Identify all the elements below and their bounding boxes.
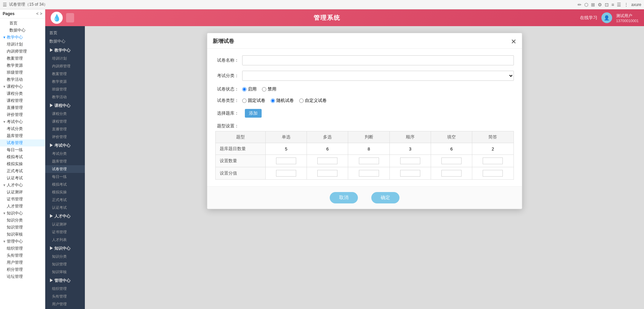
page-item-eval[interactable]: 评价管理 xyxy=(0,111,45,118)
page-item-course[interactable]: ▼ 课程中心 xyxy=(0,83,45,90)
page-item-activity[interactable]: 教学活动 xyxy=(0,76,45,83)
page-item-question-bank[interactable]: 题库管理 xyxy=(0,132,45,139)
status-enable[interactable]: 启用 xyxy=(242,86,257,92)
cell-set-single[interactable] xyxy=(265,155,307,167)
page-item-org[interactable]: 组织管理 xyxy=(0,245,45,252)
input-set-single[interactable] xyxy=(276,158,296,164)
cell-set-short[interactable] xyxy=(472,155,514,167)
nav-know-cat[interactable]: 知识分类 xyxy=(45,253,85,260)
page-item-cert-mgmt[interactable]: 证书管理 xyxy=(0,196,45,203)
menu-icon[interactable]: ☰ xyxy=(3,2,7,7)
cell-score-multi[interactable] xyxy=(307,167,348,180)
grid-icon[interactable]: ⊡ xyxy=(605,2,609,7)
input-score-fill[interactable] xyxy=(441,170,462,177)
nav-live[interactable]: 直播管理 xyxy=(45,125,85,133)
cell-set-fill[interactable] xyxy=(431,155,472,167)
cell-set-multi[interactable] xyxy=(307,155,348,167)
edit-icon[interactable]: ✏ xyxy=(578,2,582,7)
page-item-exam-cat[interactable]: 考试分类 xyxy=(0,125,45,132)
cell-score-fill[interactable] xyxy=(431,167,472,180)
online-study-link[interactable]: 在线学习 xyxy=(580,15,597,21)
list2-icon[interactable]: ☰ xyxy=(617,2,621,7)
cell-set-judge[interactable] xyxy=(348,155,389,167)
page-item-formal[interactable]: 正式考试 xyxy=(0,168,45,175)
page-item-course-mgmt[interactable]: 课程管理 xyxy=(0,97,45,104)
page-item-daily[interactable]: 每日一练 xyxy=(0,146,45,153)
nav-user[interactable]: 用户管理 xyxy=(45,300,85,308)
nav-eval[interactable]: 评价管理 xyxy=(45,133,85,141)
nav-know-review[interactable]: 知识审核 xyxy=(45,268,85,276)
nav-knowledge[interactable]: ▶ 知识中心 xyxy=(45,244,85,253)
nav-course[interactable]: ▶ 课程中心 xyxy=(45,101,85,110)
page-item-talent[interactable]: ▼ 人才中心 xyxy=(0,182,45,189)
more-icon[interactable]: ⋮ xyxy=(624,2,629,7)
nav-exam-cat[interactable]: 考试分类 xyxy=(45,150,85,158)
cell-score-order[interactable] xyxy=(389,167,431,180)
page-item-resource[interactable]: 教学资源 xyxy=(0,62,45,69)
nav-course-cat[interactable]: 课程分类 xyxy=(45,110,85,118)
nav-sim[interactable]: 模拟实操 xyxy=(45,188,85,196)
input-score-multi[interactable] xyxy=(317,170,337,177)
exam-name-input[interactable] xyxy=(242,55,514,65)
input-set-fill[interactable] xyxy=(441,158,462,164)
nav-paper[interactable]: 试卷管理 xyxy=(45,165,85,173)
page-item-live[interactable]: 直播管理 xyxy=(0,104,45,111)
share-icon[interactable]: ⬡ xyxy=(584,2,588,7)
input-score-judge[interactable] xyxy=(359,170,379,177)
page-item-cert-exam[interactable]: 认证考试 xyxy=(0,175,45,182)
page-item-exam[interactable]: ▼ 考试中心 xyxy=(0,118,45,125)
nav-cert-exam[interactable]: 认证考试 xyxy=(45,204,85,211)
page-item-data[interactable]: 数据中心 xyxy=(0,27,45,34)
page-item-sim[interactable]: 模拟实操 xyxy=(0,161,45,168)
nav-home[interactable]: 首页 xyxy=(45,29,85,37)
nav-talent[interactable]: ▶ 人才中心 xyxy=(45,211,85,221)
input-set-judge[interactable] xyxy=(359,158,379,164)
nav-title-mgmt[interactable]: 头衔管理 xyxy=(45,293,85,300)
page-item-know-cat[interactable]: 知识分类 xyxy=(0,217,45,224)
page-item-paper[interactable]: 试卷管理 xyxy=(0,139,45,146)
nav-teaching[interactable]: ▶ 教学中心 xyxy=(45,46,85,55)
nav-training[interactable]: 培训计划 xyxy=(45,55,85,62)
page-item-mock[interactable]: 模拟考试 xyxy=(0,153,45,161)
nav-activity[interactable]: 教学活动 xyxy=(45,93,85,101)
cell-score-single[interactable] xyxy=(265,167,307,180)
type-random[interactable]: 随机试卷 xyxy=(271,98,294,104)
nav-next-icon[interactable]: > xyxy=(40,11,42,16)
page-item-knowledge[interactable]: ▼ 知识中心 xyxy=(0,210,45,217)
page-item-trainer[interactable]: 内训师管理 xyxy=(0,48,45,55)
nav-org[interactable]: 组织管理 xyxy=(45,285,85,293)
list-icon[interactable]: ≡ xyxy=(611,2,614,7)
status-disable[interactable]: 禁用 xyxy=(262,86,276,92)
page-item-course-cat[interactable]: 课程分类 xyxy=(0,90,45,97)
input-set-short[interactable] xyxy=(483,158,503,164)
nav-prev-icon[interactable]: < xyxy=(36,11,39,16)
page-item-home[interactable]: 首页 xyxy=(0,20,45,27)
cell-score-short[interactable] xyxy=(472,167,514,180)
page-item-user[interactable]: 用户管理 xyxy=(0,259,45,266)
nav-cert-mgmt[interactable]: 证书管理 xyxy=(45,228,85,236)
category-select[interactable] xyxy=(242,71,514,81)
nav-trainer[interactable]: 内训师管理 xyxy=(45,62,85,70)
page-item-forum[interactable]: 论坛管理 xyxy=(0,273,45,280)
nav-data[interactable]: 数据中心 xyxy=(45,37,85,46)
nav-formal[interactable]: 正式考试 xyxy=(45,196,85,204)
nav-know-mgmt[interactable]: 知识管理 xyxy=(45,260,85,268)
modal-close-button[interactable]: ✕ xyxy=(511,38,517,45)
page-item-lesson[interactable]: 教案管理 xyxy=(0,55,45,62)
nav-talent-list[interactable]: 人才列表 xyxy=(45,236,85,244)
confirm-button[interactable]: 确定 xyxy=(371,192,399,203)
nav-exam[interactable]: ▶ 考试中心 xyxy=(45,141,85,150)
nav-class[interactable]: 班级管理 xyxy=(45,85,85,93)
add-question-bank-button[interactable]: 添加 xyxy=(245,109,262,118)
page-item-admin[interactable]: ▼ 管理中心 xyxy=(0,238,45,245)
type-custom[interactable]: 自定义试卷 xyxy=(299,98,327,104)
nav-daily[interactable]: 每日一练 xyxy=(45,173,85,181)
page-item-score[interactable]: 积分管理 xyxy=(0,266,45,273)
nav-qbank[interactable]: 题库管理 xyxy=(45,158,85,165)
input-score-order[interactable] xyxy=(400,170,420,177)
nav-resource[interactable]: 教学资源 xyxy=(45,78,85,85)
input-set-multi[interactable] xyxy=(317,158,337,164)
nav-cert-eval[interactable]: 认证测评 xyxy=(45,221,85,228)
cell-set-order[interactable] xyxy=(389,155,431,167)
cell-score-judge[interactable] xyxy=(348,167,389,180)
